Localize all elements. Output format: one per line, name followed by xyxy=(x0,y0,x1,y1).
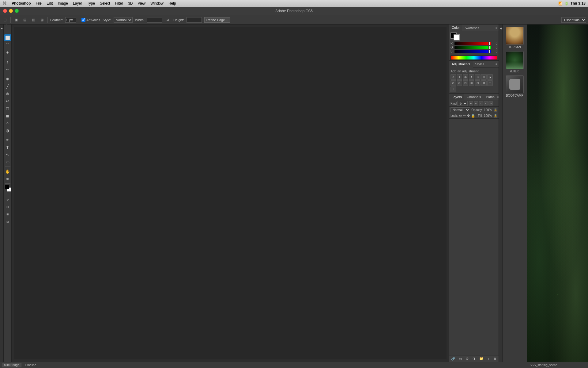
menu-select[interactable]: Select xyxy=(100,1,110,6)
fill-lock[interactable]: 🔒 xyxy=(494,114,497,118)
tab-color[interactable]: Color xyxy=(449,25,462,31)
tool-shape[interactable]: ▭ xyxy=(4,159,11,165)
b-slider[interactable] xyxy=(454,50,491,53)
height-input[interactable] xyxy=(187,17,202,23)
adj-hsl[interactable]: ⊙ xyxy=(475,74,481,80)
opacity-lock[interactable]: 🔒 xyxy=(494,108,497,112)
tool-dodge[interactable]: ◑ xyxy=(4,127,11,134)
tool-eraser[interactable]: ◻ xyxy=(4,105,11,112)
tool-extra4[interactable]: ⊟ xyxy=(4,218,11,225)
tab-paths[interactable]: Paths xyxy=(484,94,497,100)
g-slider[interactable] xyxy=(454,46,491,49)
adj-threshold[interactable]: ⊠ xyxy=(481,80,487,86)
tool-history-brush[interactable]: ↩ xyxy=(4,98,11,104)
tab-channels[interactable]: Channels xyxy=(464,94,483,100)
maximize-button[interactable] xyxy=(15,9,19,13)
close-button[interactable] xyxy=(3,9,7,13)
menu-view[interactable]: View xyxy=(138,1,145,6)
color-panel-menu[interactable]: ≡ xyxy=(496,26,497,29)
menu-3d[interactable]: 3D xyxy=(128,1,133,6)
menu-file[interactable]: File xyxy=(36,1,42,6)
tool-lasso[interactable]: ⌒ xyxy=(4,42,11,48)
tab-timeline[interactable]: Timeline xyxy=(23,363,38,367)
tab-layers[interactable]: Layers xyxy=(449,94,464,100)
foreground-color-swatch[interactable] xyxy=(5,185,9,189)
adj-bw[interactable]: ◪ xyxy=(487,74,493,80)
thumbnail-dullard[interactable]: dullard xyxy=(506,51,524,73)
menu-filter[interactable]: Filter xyxy=(115,1,123,6)
anti-alias-checkbox[interactable] xyxy=(81,18,85,22)
tool-pen[interactable]: ✒ xyxy=(4,136,11,143)
adj-invert[interactable]: ⊞ xyxy=(469,80,474,86)
tab-adjustments[interactable]: Adjustments xyxy=(449,61,473,67)
kind-filter-select[interactable]: ⊘ xyxy=(457,101,468,106)
lock-image-icon[interactable]: ✏ xyxy=(463,114,466,118)
tool-options-icon5[interactable]: ▦ xyxy=(39,17,45,23)
menu-edit[interactable]: Edit xyxy=(47,1,53,6)
color-spectrum-bar[interactable] xyxy=(450,56,497,60)
lock-all-icon[interactable]: 🔒 xyxy=(471,114,475,118)
adj-vibrance[interactable]: ✦ xyxy=(469,74,474,80)
adj-brightness[interactable]: ☀ xyxy=(450,74,456,80)
lock-position-icon[interactable]: ✥ xyxy=(467,114,470,118)
filter-smart[interactable]: ⊙ xyxy=(488,101,493,105)
add-mask-icon[interactable]: ⊙ xyxy=(466,357,469,361)
adj-photo-filter[interactable]: ⊘ xyxy=(450,80,456,86)
tool-hand[interactable]: ✋ xyxy=(4,168,11,175)
delete-layer-icon[interactable]: 🗑 xyxy=(493,357,497,361)
collapse-left-panel[interactable]: ▶ xyxy=(0,25,4,362)
tool-rectangular-marquee[interactable]: ⬜ xyxy=(4,34,11,41)
style-select[interactable]: Normal xyxy=(114,17,133,23)
bg-color-box[interactable] xyxy=(454,34,460,40)
menu-type[interactable]: Type xyxy=(87,1,95,6)
adj-posterize[interactable]: ⊟ xyxy=(475,80,481,86)
feather-input[interactable] xyxy=(65,17,76,23)
tab-styles[interactable]: Styles xyxy=(473,61,487,67)
tool-options-icon2[interactable]: ▣ xyxy=(13,17,19,23)
add-layer-icon[interactable]: + xyxy=(488,357,489,361)
tool-path-selection[interactable]: ↖ xyxy=(4,151,11,158)
r-slider[interactable] xyxy=(454,42,491,45)
essentials-select[interactable]: Essentials xyxy=(561,17,586,23)
apple-menu[interactable]: ⌘ xyxy=(2,1,7,6)
menu-window[interactable]: Window xyxy=(150,1,164,6)
swap-icon[interactable]: ⇄ xyxy=(165,17,171,23)
tool-magic-wand[interactable]: ✦ xyxy=(4,49,11,56)
menu-layer[interactable]: Layer xyxy=(73,1,82,6)
minimize-button[interactable] xyxy=(9,9,13,13)
tool-extra2[interactable]: ⊡ xyxy=(4,204,11,210)
adj-exposure[interactable]: ◑ xyxy=(463,74,468,80)
refine-edge-button[interactable]: Refine Edge... xyxy=(204,17,230,23)
tool-healing-brush[interactable]: ⊕ xyxy=(4,75,11,82)
filter-pixel[interactable]: P xyxy=(469,101,473,105)
tool-options-icon3[interactable]: ▤ xyxy=(22,17,28,23)
adjustment-icon[interactable]: ◑ xyxy=(473,357,476,361)
tool-gradient[interactable]: ◼ xyxy=(4,112,11,119)
adj-panel-menu[interactable]: ≡ xyxy=(496,62,497,66)
filter-adj[interactable]: A xyxy=(474,101,478,105)
menu-photoshop[interactable]: Photoshop xyxy=(12,1,31,6)
collapse-right-panel[interactable]: ◀ xyxy=(499,25,502,362)
adj-color-balance[interactable]: ⊕ xyxy=(481,74,487,80)
tool-extra3[interactable]: ⊞ xyxy=(4,211,11,218)
filter-shape[interactable]: S xyxy=(484,101,488,105)
tab-swatches[interactable]: Swatches xyxy=(462,25,482,31)
canvas-area[interactable] xyxy=(12,25,449,362)
fx-icon[interactable]: fx xyxy=(459,357,462,361)
adj-curves[interactable]: ⌇ xyxy=(457,74,462,80)
adj-gradient-map[interactable]: ⊤ xyxy=(487,80,493,86)
blend-mode-select[interactable]: Normal xyxy=(450,107,470,112)
adj-channel-mixer[interactable]: ⊛ xyxy=(457,80,462,86)
tool-brush[interactable]: ╱ xyxy=(4,83,11,90)
tool-options-icon4[interactable]: ▥ xyxy=(30,17,36,23)
tool-extra1[interactable]: ⊘ xyxy=(4,196,11,203)
tool-clone-stamp[interactable]: ⊛ xyxy=(4,90,11,97)
adj-selective-color[interactable]: ⊥ xyxy=(450,86,456,92)
link-layers-icon[interactable]: 🔗 xyxy=(451,357,455,361)
add-folder-icon[interactable]: 📁 xyxy=(479,357,484,361)
lock-transparent-icon[interactable]: ⊘ xyxy=(459,114,462,118)
tool-crop[interactable]: ⊹ xyxy=(4,59,11,65)
tool-zoom[interactable]: ⊕ xyxy=(4,175,11,182)
menu-help[interactable]: Help xyxy=(168,1,176,6)
menu-image[interactable]: Image xyxy=(58,1,68,6)
